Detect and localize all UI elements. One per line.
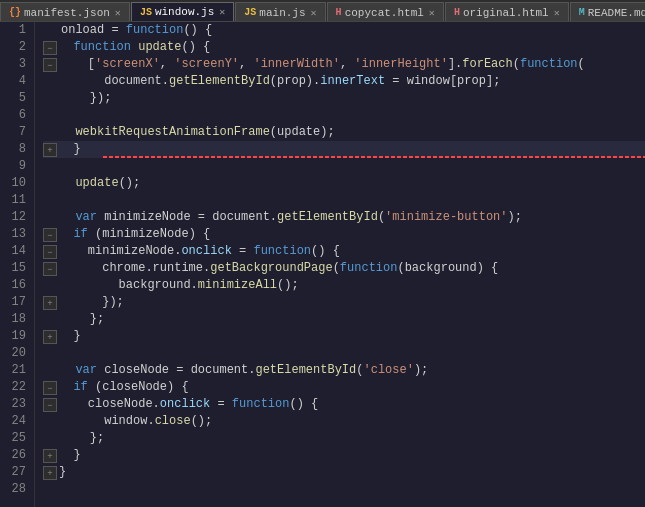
code-line-10: update(); [43, 175, 645, 192]
line-number-4: 4 [4, 73, 26, 90]
tab-readme-md[interactable]: MREADME.md✕ [570, 2, 645, 22]
code-area[interactable]: 1234567891011121314151617181920212223242… [0, 22, 645, 507]
token: = [232, 243, 254, 260]
fold-open-3[interactable]: − [43, 58, 57, 72]
fold-open-22[interactable]: − [43, 381, 57, 395]
token: ]. [448, 56, 462, 73]
line-number-13: 13 [4, 226, 26, 243]
token: onclick [181, 243, 231, 260]
line-number-19: 19 [4, 328, 26, 345]
line-number-27: 27 [4, 464, 26, 481]
token [61, 124, 75, 141]
line-number-8: 8 [4, 141, 26, 158]
tab-main-js[interactable]: JSmain.js✕ [235, 2, 325, 22]
token: }); [61, 90, 111, 107]
token [61, 362, 75, 379]
tab-copycat-html[interactable]: Hcopycat.html✕ [327, 2, 444, 22]
line-number-25: 25 [4, 430, 26, 447]
token: () { [311, 243, 340, 260]
fold-spacer-20 [43, 345, 61, 362]
fold-spacer-6 [43, 107, 61, 124]
token: 'screenX' [95, 56, 160, 73]
fold-spacer-11 [43, 192, 61, 209]
tab-close-copycat-html[interactable]: ✕ [429, 7, 435, 19]
token: var [75, 362, 97, 379]
line-number-6: 6 [4, 107, 26, 124]
token [61, 209, 75, 226]
fold-spacer-25 [43, 430, 61, 447]
token: ); [508, 209, 522, 226]
token: minimizeNode. [59, 243, 181, 260]
token: 'innerHeight' [354, 56, 448, 73]
line-number-1: 1 [4, 22, 26, 39]
tab-original-html[interactable]: Horiginal.html✕ [445, 2, 569, 22]
fold-close-17[interactable]: + [43, 296, 57, 310]
token: , [340, 56, 354, 73]
token: function [73, 39, 131, 56]
tab-close-manifest-json-1[interactable]: ✕ [115, 7, 121, 19]
token: () { [289, 396, 318, 413]
fold-open-2[interactable]: − [43, 41, 57, 55]
token: ( [356, 362, 363, 379]
token: } [59, 464, 66, 481]
fold-close-19[interactable]: + [43, 330, 57, 344]
tab-close-window-js[interactable]: ✕ [219, 6, 225, 18]
fold-open-23[interactable]: − [43, 398, 57, 412]
token: (); [277, 277, 299, 294]
token: 'innerWidth' [253, 56, 339, 73]
line-number-15: 15 [4, 260, 26, 277]
token: () { [183, 22, 212, 39]
token: getElementById [255, 362, 356, 379]
token: , [239, 56, 253, 73]
code-line-8: + } [43, 141, 645, 158]
code-line-12: var minimizeNode = document.getElementBy… [43, 209, 645, 226]
line-number-12: 12 [4, 209, 26, 226]
fold-spacer-18 [43, 311, 61, 328]
fold-close-27[interactable]: + [43, 466, 57, 480]
fold-spacer-7 [43, 124, 61, 141]
fold-spacer-5 [43, 90, 61, 107]
fold-close-8[interactable]: + [43, 143, 57, 157]
fold-spacer-24 [43, 413, 61, 430]
token: function [340, 260, 398, 277]
fold-spacer-21 [43, 362, 61, 379]
fold-spacer-12 [43, 209, 61, 226]
code-line-28 [43, 481, 645, 498]
fold-spacer-9 [43, 158, 61, 175]
fold-close-26[interactable]: + [43, 449, 57, 463]
token: [ [88, 56, 95, 73]
token: function [232, 396, 290, 413]
token: window. [61, 413, 155, 430]
token [59, 39, 73, 56]
token: getElementById [169, 73, 270, 90]
line-number-17: 17 [4, 294, 26, 311]
code-line-25: }; [43, 430, 645, 447]
code-line-3: − ['screenX', 'screenY', 'innerWidth', '… [43, 56, 645, 73]
tab-close-original-html[interactable]: ✕ [554, 7, 560, 19]
code-line-15: − chrome.runtime.getBackgroundPage(funct… [43, 260, 645, 277]
tab-bar: {}manifest.json✕JSwindow.js✕JSmain.js✕Hc… [0, 0, 645, 22]
token: forEach [462, 56, 512, 73]
tab-window-js[interactable]: JSwindow.js✕ [131, 2, 234, 22]
fold-open-14[interactable]: − [43, 245, 57, 259]
fold-open-13[interactable]: − [43, 228, 57, 242]
code-line-22: − if (closeNode) { [43, 379, 645, 396]
tab-close-main-js[interactable]: ✕ [311, 7, 317, 19]
line-number-23: 23 [4, 396, 26, 413]
tab-manifest-json-1[interactable]: {}manifest.json✕ [0, 2, 130, 22]
code-line-27: +} [43, 464, 645, 481]
line-number-5: 5 [4, 90, 26, 107]
code-line-18: }; [43, 311, 645, 328]
line-number-20: 20 [4, 345, 26, 362]
token: (); [191, 413, 213, 430]
token: update [75, 175, 118, 192]
fold-open-15[interactable]: − [43, 262, 57, 276]
fold-spacer-28 [43, 481, 61, 498]
code-line-11 [43, 192, 645, 209]
code-line-26: + } [43, 447, 645, 464]
fold-spacer-4 [43, 73, 61, 90]
token: background. [61, 277, 198, 294]
code-line-5: }); [43, 90, 645, 107]
token: 'screenY' [174, 56, 239, 73]
fold-spacer-10 [43, 175, 61, 192]
